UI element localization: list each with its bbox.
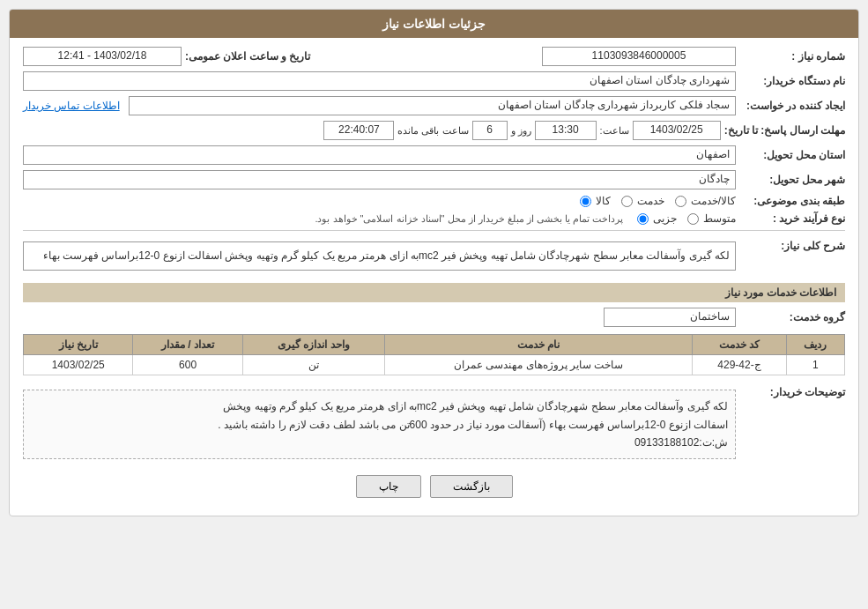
delivery-province-row: استان محل تحویل: اصفهان xyxy=(23,145,845,165)
category-radio-group: کالا/خدمت خدمت کالا xyxy=(578,195,736,207)
divider1 xyxy=(23,230,845,231)
time-value: 13:30 xyxy=(535,121,597,140)
table-row: 1 ج-42-429 ساخت سایر پروژه‌های مهندسی عم… xyxy=(24,355,845,375)
buyer-notes-label: توضیحات خریدار: xyxy=(739,386,845,398)
delivery-city-row: شهر محل تحویل: چادگان xyxy=(23,170,845,189)
card-body: شماره نیاز : 1103093846000005 تاریخ و سا… xyxy=(10,38,858,516)
back-button[interactable]: بازگشت xyxy=(430,475,513,498)
send-date-row: مهلت ارسال پاسخ: تا تاریخ: 1403/02/25 سا… xyxy=(23,121,845,140)
purchase-mottaset-label: متوسط xyxy=(703,212,736,225)
cell-unit: تن xyxy=(242,355,384,375)
cell-name: ساخت سایر پروژه‌های مهندسی عمران xyxy=(384,355,693,375)
need-description-row: شرح کلی نیاز: لکه گیری وآسفالت معابر سطح… xyxy=(23,236,845,276)
buyer-org-value: شهرداری چادگان استان اصفهان xyxy=(23,71,736,91)
need-number-value: 1103093846000005 xyxy=(542,47,736,66)
purchase-type-label: نوع فرآیند خرید : xyxy=(739,212,845,225)
category-kala-khedmat-radio[interactable] xyxy=(675,196,686,207)
col-unit: واحد اندازه گیری xyxy=(242,335,384,355)
buyer-org-label: نام دستگاه خریدار: xyxy=(739,75,845,87)
announce-label: تاریخ و ساعت اعلان عمومی: xyxy=(185,50,310,63)
buyer-org-row: نام دستگاه خریدار: شهرداری چادگان استان … xyxy=(23,71,845,91)
need-number-row: شماره نیاز : 1103093846000005 تاریخ و سا… xyxy=(23,47,845,66)
creator-label: ایجاد کننده در خواست: xyxy=(739,100,845,112)
purchase-type-row: نوع فرآیند خرید : متوسط جزیی پرداخت تمام… xyxy=(23,212,845,225)
purchase-mottaset-item: متوسط xyxy=(686,212,736,225)
category-kala-khedmat-item: کالا/خدمت xyxy=(673,195,736,207)
main-card: جزئیات اطلاعات نیاز شماره نیاز : 1103093… xyxy=(9,9,859,516)
need-description-value: لکه گیری وآسفالت معابر سطح شهرچادگان شام… xyxy=(23,241,736,271)
cell-row: 1 xyxy=(786,355,844,375)
delivery-province-value: اصفهان xyxy=(23,145,736,165)
creator-row: ایجاد کننده در خواست: سجاد فلکی کاربرداز… xyxy=(23,96,845,115)
time-label: ساعت: xyxy=(600,125,629,137)
col-row: ردیف xyxy=(786,335,844,355)
col-name: نام خدمت xyxy=(384,335,693,355)
cell-code: ج-42-429 xyxy=(693,355,786,375)
cell-quantity: 600 xyxy=(133,355,242,375)
buyer-notes-row: توضیحات خریدار: لکه گیری وآسفالت معابر س… xyxy=(23,382,845,466)
category-kala-khedmat-label: کالا/خدمت xyxy=(691,195,736,207)
need-description-label: شرح کلی نیاز: xyxy=(739,240,845,252)
buyer-notes-text: لکه گیری وآسفالت معابر سطح شهرچادگان شام… xyxy=(218,400,728,449)
category-kala-label: کالا xyxy=(596,195,611,207)
announce-value: 1403/02/18 - 12:41 xyxy=(23,47,182,66)
purchase-jozei-radio[interactable] xyxy=(637,213,649,225)
send-date-label: مهلت ارسال پاسخ: تا تاریخ: xyxy=(724,124,845,137)
remaining-value: 22:40:07 xyxy=(323,121,394,140)
category-kala-item: کالا xyxy=(578,195,611,207)
send-date-value: 1403/02/25 xyxy=(633,121,721,140)
button-row: بازگشت چاپ xyxy=(23,475,845,507)
card-header: جزئیات اطلاعات نیاز xyxy=(10,10,858,38)
purchase-jozei-item: جزیی xyxy=(635,212,677,225)
delivery-province-label: استان محل تحویل: xyxy=(739,149,845,161)
category-kala-radio[interactable] xyxy=(580,196,591,207)
remaining-label: ساعت باقی مانده xyxy=(397,125,468,137)
category-khedmat-radio[interactable] xyxy=(621,196,633,207)
col-date: تاریخ نیاز xyxy=(24,335,133,355)
creator-value: سجاد فلکی کاربرداز شهرداری چادگان استان … xyxy=(129,96,736,115)
col-quantity: تعداد / مقدار xyxy=(133,335,242,355)
purchase-jozei-label: جزیی xyxy=(653,212,677,225)
services-table: ردیف کد خدمت نام خدمت واحد اندازه گیری ت… xyxy=(23,334,845,375)
buyer-notes-value: لکه گیری وآسفالت معابر سطح شهرچادگان شام… xyxy=(23,390,736,459)
category-label: طبقه بندی موضوعی: xyxy=(739,195,845,207)
service-group-row: گروه خدمت: ساختمان xyxy=(23,308,845,327)
category-khedmat-item: خدمت xyxy=(619,195,664,207)
need-number-label: شماره نیاز : xyxy=(739,50,845,63)
category-khedmat-label: خدمت xyxy=(637,195,664,207)
day-value: 6 xyxy=(472,121,508,140)
cell-date: 1403/02/25 xyxy=(24,355,133,375)
purchase-note: پرداخت تمام یا بخشی از مبلغ خریدار از مح… xyxy=(315,213,623,225)
print-button[interactable]: چاپ xyxy=(356,475,421,498)
purchase-mottaset-radio[interactable] xyxy=(687,213,699,225)
purchase-radio-group: متوسط جزیی xyxy=(635,212,736,225)
delivery-city-label: شهر محل تحویل: xyxy=(739,174,845,186)
table-header-row: ردیف کد خدمت نام خدمت واحد اندازه گیری ت… xyxy=(24,335,845,355)
services-table-container: ردیف کد خدمت نام خدمت واحد اندازه گیری ت… xyxy=(23,334,845,375)
delivery-city-value: چادگان xyxy=(23,170,736,189)
col-code: کد خدمت xyxy=(693,335,786,355)
service-group-label: گروه خدمت: xyxy=(739,311,845,323)
category-row: طبقه بندی موضوعی: کالا/خدمت خدمت کالا xyxy=(23,195,845,207)
service-group-value: ساختمان xyxy=(604,308,736,327)
day-label: روز و xyxy=(511,125,531,137)
page-title: جزئیات اطلاعات نیاز xyxy=(382,17,486,31)
contact-link[interactable]: اطلاعات تماس خریدار xyxy=(23,100,120,112)
services-section-title: اطلاعات خدمات مورد نیاز xyxy=(23,283,845,302)
